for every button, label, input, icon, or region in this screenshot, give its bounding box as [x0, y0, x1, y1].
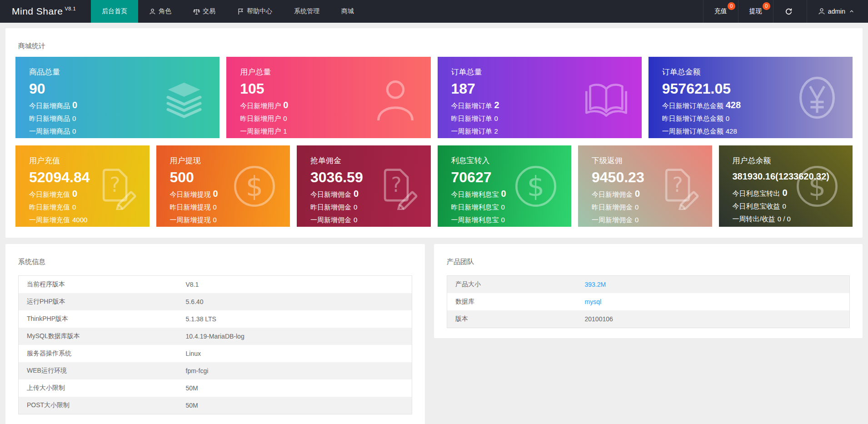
main-menu: 后台首页角色交易帮助中心系统管理商城 [91, 0, 703, 23]
recharge-button[interactable]: 充值 0 [703, 0, 738, 23]
table-row: 数据库mysql [447, 293, 850, 310]
nav-item-label: 角色 [159, 7, 171, 15]
navbar-right: 充值 0 提现 0 admin [703, 0, 868, 23]
row-value: fpm-fcgi [178, 362, 412, 379]
row-value-link[interactable]: mysql [577, 293, 850, 310]
stat-card: 用户总余额381930.16(1233620.32)今日利息宝转出0今日利息宝收… [719, 145, 853, 227]
withdraw-button[interactable]: 提现 0 [738, 0, 773, 23]
stat-card-title: 商品总量 [29, 67, 219, 77]
row-label: WEB运行环境 [19, 362, 178, 379]
stat-card-value: 3036.59 [310, 169, 431, 186]
stat-card-line: 昨日新增用户0 [240, 115, 430, 123]
stat-card-title: 利息宝转入 [451, 155, 572, 166]
chevron-up-icon [849, 9, 854, 14]
stat-card: 利息宝转入70627今日新增利息宝0昨日新增利息宝0一周新增利息宝0$ [438, 145, 572, 227]
stat-card-line: 昨日新增订单总金额0 [662, 115, 853, 123]
stat-card-title: 订单总金额 [662, 67, 853, 77]
system-info-panel: 系统信息 当前程序版本V8.1运行PHP版本5.6.40ThinkPHP版本5.… [5, 244, 425, 424]
admin-user-icon [818, 8, 825, 15]
stat-card: 下级返佣9450.23今日新增佣金0昨日新增佣金0一周新增佣金0? [578, 145, 712, 227]
table-row: 产品大小393.2M [447, 276, 850, 294]
stat-card-line: 一周新增充值4000 [29, 216, 150, 224]
stat-card-value: 52094.84 [29, 169, 150, 186]
stat-card-line: 昨日新增订单0 [451, 115, 642, 123]
row-value-link[interactable]: 393.2M [577, 276, 850, 294]
product-team-panel: 产品团队 产品大小393.2M数据库mysql版本20100106 [434, 244, 863, 338]
app-logo[interactable]: Mind Share V8.1 [0, 0, 91, 23]
stat-card-line: 一周新增订单2 [451, 127, 642, 136]
refresh-icon [784, 7, 793, 16]
stat-card-line: 今日新增提现0 [170, 189, 290, 199]
table-row: 版本20100106 [447, 310, 850, 328]
stat-card-line: 今日新增佣金0 [592, 189, 712, 199]
stat-card-title: 用户总余额 [733, 155, 853, 166]
stat-card-title: 下级返佣 [592, 155, 712, 166]
stat-card-value: 187 [451, 80, 642, 97]
admin-menu[interactable]: admin [807, 0, 868, 23]
system-info-title: 系统信息 [5, 244, 425, 273]
stat-card-line: 一周新增佣金0 [592, 216, 712, 224]
nav-item-2[interactable]: 角色 [138, 0, 182, 23]
stat-card-line: 今日新增订单总金额428 [662, 100, 853, 110]
app-version: V8.1 [65, 6, 76, 11]
table-row: 当前程序版本V8.1 [19, 276, 412, 294]
stat-card-value: 957621.05 [662, 80, 853, 97]
mall-stats-panel: 商城统计 商品总量90今日新增商品0昨日新增商品0一周新增商品0用户总量105今… [5, 28, 863, 238]
recharge-badge: 0 [728, 2, 735, 10]
stat-card-line: 今日新增充值0 [29, 189, 150, 199]
table-row: WEB运行环境fpm-fcgi [19, 362, 412, 379]
stat-card-title: 用户充值 [29, 155, 150, 166]
stat-card-line: 一周新增订单总金额428 [662, 127, 853, 136]
system-info-table: 当前程序版本V8.1运行PHP版本5.6.40ThinkPHP版本5.1.38 … [18, 275, 412, 414]
nav-item-label: 帮助中心 [247, 7, 272, 15]
stat-card-line: 一周新增佣金0 [310, 216, 431, 224]
nav-item-3[interactable]: 交易 [182, 0, 226, 23]
stat-card-title: 用户总量 [240, 67, 430, 77]
stat-card: 订单总量187今日新增订单2昨日新增订单0一周新增订单2 [438, 57, 642, 138]
stat-card-title: 订单总量 [451, 67, 642, 77]
stat-card-title: 用户提现 [170, 155, 290, 166]
table-row: 运行PHP版本5.6.40 [19, 293, 412, 310]
row-value: 10.4.19-MariaDB-log [178, 328, 412, 345]
product-team-title: 产品团队 [434, 244, 863, 273]
stat-card-line: 今日新增利息宝0 [451, 189, 572, 199]
stat-card: 用户充值52094.84今日新增充值0昨日新增充值0一周新增充值4000? [15, 145, 150, 227]
admin-username: admin [828, 8, 845, 15]
stats-card-row-2: 用户充值52094.84今日新增充值0昨日新增充值0一周新增充值4000?用户提… [15, 145, 853, 227]
stat-card-line: 昨日新增利息宝0 [451, 203, 572, 212]
stat-card-line: 昨日新增佣金0 [592, 203, 712, 212]
app-title: Mind Share [12, 6, 63, 17]
stat-card-line: 一周新增利息宝0 [451, 216, 572, 224]
withdraw-label: 提现 [749, 7, 762, 15]
stat-card-value: 9450.23 [592, 169, 712, 186]
table-row: ThinkPHP版本5.1.38 LTS [19, 310, 412, 328]
nav-item-5[interactable]: 系统管理 [283, 0, 330, 23]
row-value: V8.1 [178, 276, 412, 294]
row-value: Linux [178, 345, 412, 362]
stat-card-line: 今日利息宝收益0 [733, 202, 853, 211]
stat-card-line: 今日新增订单2 [451, 100, 642, 110]
refresh-button[interactable] [773, 0, 807, 23]
stat-card: 用户总量105今日新增用户0昨日新增用户0一周新增用户1 [226, 57, 430, 138]
stat-card-line: 一周转出/收益0 / 0 [733, 215, 853, 224]
nav-item-4[interactable]: 帮助中心 [226, 0, 283, 23]
row-label: 数据库 [447, 293, 577, 310]
stat-card-value: 381930.16(1233620.32) [733, 169, 853, 184]
row-label: 当前程序版本 [19, 276, 178, 294]
row-label: 上传大小限制 [19, 379, 178, 397]
stat-card-line: 今日新增佣金0 [310, 189, 431, 199]
role-user-icon [149, 8, 156, 15]
stat-card-line: 今日利息宝转出0 [733, 188, 853, 198]
stat-card-value: 500 [170, 169, 290, 186]
product-team-table: 产品大小393.2M数据库mysql版本20100106 [447, 275, 850, 328]
stat-card-line: 一周新增提现0 [170, 216, 290, 224]
row-label: 运行PHP版本 [19, 293, 178, 310]
nav-item-6[interactable]: 商城 [330, 0, 365, 23]
row-label: 服务器操作系统 [19, 345, 178, 362]
nav-item-1[interactable]: 后台首页 [91, 0, 138, 23]
main-content: 商城统计 商品总量90今日新增商品0昨日新增商品0一周新增商品0用户总量105今… [0, 28, 868, 424]
bottom-panels: 系统信息 当前程序版本V8.1运行PHP版本5.6.40ThinkPHP版本5.… [5, 244, 863, 424]
row-value: 20100106 [577, 310, 850, 328]
stat-card-value: 105 [240, 80, 430, 97]
flag-icon [237, 8, 244, 15]
